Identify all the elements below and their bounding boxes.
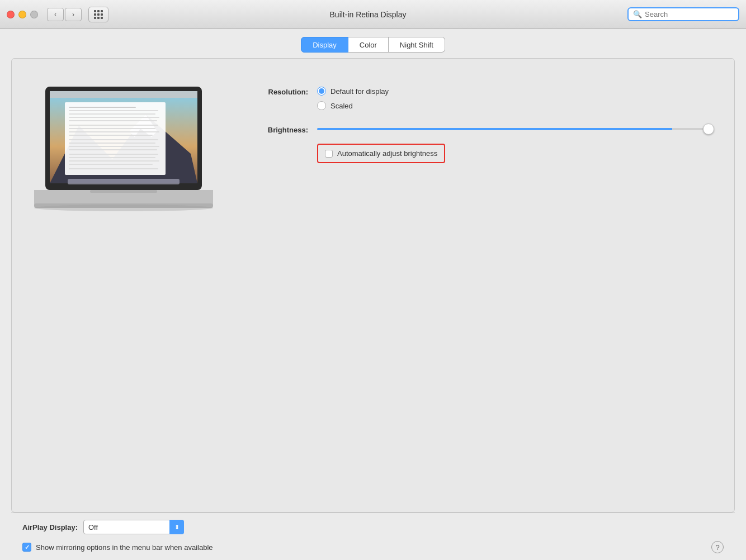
back-button[interactable]: ‹ xyxy=(47,8,64,21)
svg-rect-13 xyxy=(69,128,155,129)
svg-rect-17 xyxy=(69,143,155,144)
panel-inner: Resolution: Default for display Scaled xyxy=(12,59,734,240)
nav-buttons: ‹ › xyxy=(47,8,82,21)
search-icon: 🔍 xyxy=(633,10,642,18)
tab-night-shift[interactable]: Night Shift xyxy=(389,37,445,53)
help-button[interactable]: ? xyxy=(711,541,724,553)
svg-rect-10 xyxy=(69,117,159,118)
svg-point-29 xyxy=(34,205,213,211)
titlebar: ‹ › Built-in Retina Display 🔍 xyxy=(0,0,746,29)
minimize-button[interactable] xyxy=(18,11,26,18)
search-box[interactable]: 🔍 xyxy=(627,7,739,21)
svg-rect-14 xyxy=(69,131,159,132)
window-title: Built-in Retina Display xyxy=(113,10,623,19)
resolution-label: Resolution: xyxy=(247,87,308,96)
grid-button[interactable] xyxy=(88,7,108,22)
traffic-lights xyxy=(7,11,38,18)
radio-scaled-label: Scaled xyxy=(330,102,353,110)
mirror-checkbox[interactable]: ✓ xyxy=(22,543,31,552)
tab-bar: Display Color Night Shift xyxy=(0,29,746,58)
airplay-label: AirPlay Display: xyxy=(22,523,78,531)
svg-rect-7 xyxy=(69,107,136,108)
brightness-slider-container[interactable] xyxy=(317,124,712,135)
brightness-row: Brightness: xyxy=(247,124,712,135)
checkmark-icon: ✓ xyxy=(25,544,30,551)
auto-brightness-row: Automatically adjust brightness xyxy=(317,144,712,163)
airplay-select[interactable]: Off On xyxy=(83,520,184,534)
svg-rect-18 xyxy=(69,146,159,147)
svg-rect-15 xyxy=(69,135,153,136)
airplay-row: AirPlay Display: Off On ⬍ xyxy=(11,512,735,541)
tab-display[interactable]: Display xyxy=(301,37,348,53)
maximize-button[interactable] xyxy=(30,11,38,18)
svg-rect-19 xyxy=(69,149,157,150)
resolution-row: Resolution: Default for display Scaled xyxy=(247,87,712,110)
auto-brightness-checkbox[interactable] xyxy=(325,150,333,158)
svg-rect-9 xyxy=(69,113,155,115)
svg-rect-11 xyxy=(69,120,157,121)
tab-color[interactable]: Color xyxy=(348,37,389,53)
svg-rect-22 xyxy=(69,160,159,162)
close-button[interactable] xyxy=(7,11,15,18)
brightness-slider-thumb[interactable] xyxy=(703,124,714,135)
mirror-label: Show mirroring options in the menu bar w… xyxy=(36,543,213,552)
search-input[interactable] xyxy=(645,10,734,18)
svg-rect-25 xyxy=(68,179,180,184)
bottom-section: AirPlay Display: Off On ⬍ ✓ Show mirrori… xyxy=(0,512,746,560)
svg-rect-21 xyxy=(69,157,155,158)
airplay-select-wrapper: Off On ⬍ xyxy=(83,520,184,534)
radio-default-label: Default for display xyxy=(330,87,389,96)
mirror-row: ✓ Show mirroring options in the menu bar… xyxy=(11,541,735,560)
auto-brightness-label: Automatically adjust brightness xyxy=(337,149,437,158)
radio-scaled-circle xyxy=(317,101,326,110)
resolution-radio-group: Default for display Scaled xyxy=(317,87,389,110)
svg-rect-23 xyxy=(69,164,153,165)
auto-brightness-highlight: Automatically adjust brightness xyxy=(317,144,445,163)
radio-default[interactable]: Default for display xyxy=(317,87,389,96)
svg-rect-12 xyxy=(69,125,158,126)
svg-rect-16 xyxy=(69,139,158,140)
radio-default-circle xyxy=(317,87,326,96)
grid-icon xyxy=(94,10,103,19)
forward-button[interactable]: › xyxy=(65,8,82,21)
svg-rect-27 xyxy=(90,190,157,193)
radio-dot xyxy=(319,88,324,94)
main-content: Display Color Night Shift xyxy=(0,29,746,560)
radio-scaled[interactable]: Scaled xyxy=(317,101,389,110)
brightness-label: Brightness: xyxy=(247,125,308,134)
content-panel: Resolution: Default for display Scaled xyxy=(11,58,735,512)
svg-rect-20 xyxy=(69,154,158,155)
svg-rect-5 xyxy=(50,91,197,98)
svg-rect-24 xyxy=(69,168,158,169)
controls-section: Resolution: Default for display Scaled xyxy=(247,75,712,163)
laptop-illustration xyxy=(34,81,213,223)
svg-rect-8 xyxy=(69,110,158,111)
brightness-slider-track xyxy=(317,128,712,130)
